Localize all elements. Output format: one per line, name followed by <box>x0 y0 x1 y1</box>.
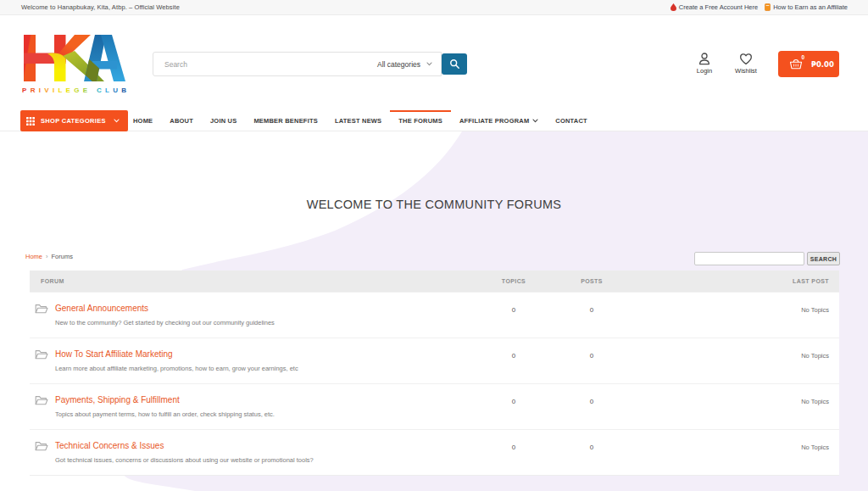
forum-link[interactable]: How To Start Affiliate Marketing <box>55 349 173 359</box>
forum-topics-count: 0 <box>484 444 543 451</box>
nav-item-the-forums-label: THE FORUMS <box>398 117 442 125</box>
column-header-last-post: LAST POST <box>793 271 829 292</box>
forum-last-post: No Topics <box>801 444 829 451</box>
forum-link[interactable]: General Announcements <box>55 304 148 313</box>
nav-item-latest-news-label: LATEST NEWS <box>335 117 381 125</box>
forum-row: Technical Concerns & Issues Got technica… <box>30 429 839 475</box>
basket-icon-wrap: 0 <box>788 57 804 72</box>
forum-posts-count: 0 <box>562 306 621 314</box>
search-icon <box>449 59 460 70</box>
forum-search-button[interactable]: SEARCH <box>807 252 840 265</box>
forum-row: General Announcements New to the communi… <box>30 292 839 338</box>
page: Welcome to Hanapbukay, Kita, Atbp. – Off… <box>0 0 868 491</box>
nav-item-contact[interactable]: CONTACT <box>547 110 596 131</box>
forum-topics-count: 0 <box>484 398 543 405</box>
cart-total: ₱0.00 <box>811 60 834 69</box>
chevron-down-icon <box>532 119 538 123</box>
nav-item-member-benefits[interactable]: MEMBER BENEFITS <box>245 110 326 131</box>
product-search-input[interactable] <box>153 60 377 69</box>
breadcrumb-current: Forums <box>52 253 73 260</box>
topbar-welcome-text: Welcome to Hanapbukay, Kita, Atbp. – Off… <box>21 3 180 11</box>
breadcrumb-row: Home › Forums SEARCH <box>0 250 868 267</box>
forum-topics-count: 0 <box>484 352 543 360</box>
svg-text:PRIVILEGE CLUB: PRIVILEGE CLUB <box>22 86 129 94</box>
heart-icon <box>739 53 753 65</box>
nav-links: HOME ABOUT JOIN US MEMBER BENEFITS LATES… <box>125 110 596 131</box>
breadcrumb-home-link[interactable]: Home <box>25 253 42 260</box>
cart-count-badge: 0 <box>801 54 804 60</box>
column-header-posts: POSTS <box>562 271 621 292</box>
main-nav: SHOP CATEGORIES HOME ABOUT JOIN US MEMBE… <box>0 110 868 131</box>
nav-item-home[interactable]: HOME <box>125 110 161 131</box>
nav-item-member-benefits-label: MEMBER BENEFITS <box>253 117 318 125</box>
forum-last-post: No Topics <box>801 306 829 314</box>
folder-icon <box>35 441 48 452</box>
hka-logo[interactable]: PRIVILEGE CLUB <box>22 35 129 94</box>
forum-description: New to the community? Get started by che… <box>55 319 275 326</box>
forum-posts-count: 0 <box>562 398 621 405</box>
forum-table: FORUM TOPICS POSTS LAST POST General Ann… <box>30 271 839 476</box>
login-button[interactable]: Login <box>686 53 723 75</box>
nav-item-affiliate-program-label: AFFILIATE PROGRAM <box>459 117 529 125</box>
hka-logo-graphic: PRIVILEGE CLUB <box>22 35 129 94</box>
wishlist-label: Wishlist <box>735 67 757 75</box>
category-dropdown-label: All categories <box>377 60 420 69</box>
folder-icon <box>35 349 48 360</box>
chevron-down-icon <box>426 62 432 66</box>
flame-icon <box>670 3 676 11</box>
chevron-down-icon <box>114 119 120 123</box>
product-search-form: All categories <box>153 52 442 76</box>
nav-item-contact-label: CONTACT <box>555 117 587 125</box>
header: PRIVILEGE CLUB All categories Login <box>0 16 868 110</box>
forum-search-input[interactable] <box>694 252 804 265</box>
nav-item-join-us-label: JOIN US <box>210 117 236 125</box>
shop-categories-label: SHOP CATEGORIES <box>41 117 106 125</box>
category-dropdown[interactable]: All categories <box>377 60 441 69</box>
breadcrumb-separator: › <box>46 253 48 260</box>
forum-link[interactable]: Technical Concerns & Issues <box>55 441 164 450</box>
folder-icon <box>35 395 48 406</box>
forum-topics-count: 0 <box>484 306 543 314</box>
forum-row: How To Start Affiliate Marketing Learn m… <box>30 338 839 383</box>
forum-link[interactable]: Payments, Shipping & Fulfillment <box>55 395 180 405</box>
forum-table-header: FORUM TOPICS POSTS LAST POST <box>30 271 839 292</box>
forum-description: Got technical issues, concerns or discus… <box>55 456 314 464</box>
nav-item-about-label: ABOUT <box>170 117 193 125</box>
breadcrumb: Home › Forums <box>25 253 73 260</box>
nav-item-affiliate-program[interactable]: AFFILIATE PROGRAM <box>451 110 547 131</box>
nav-item-the-forums[interactable]: THE FORUMS <box>390 110 451 131</box>
product-search-button[interactable] <box>442 53 467 75</box>
nav-item-about[interactable]: ABOUT <box>161 110 202 131</box>
forum-description: Topics about payment terms, how to fulfi… <box>55 410 275 418</box>
wishlist-button[interactable]: Wishlist <box>727 53 765 75</box>
how-to-earn-label: How to Earn as an Affiliate <box>773 3 848 11</box>
grid-icon <box>26 117 35 126</box>
column-header-topics: TOPICS <box>484 271 543 292</box>
user-icon <box>698 53 711 65</box>
forum-row: Payments, Shipping & Fulfillment Topics … <box>30 383 839 429</box>
how-to-earn-link[interactable]: How to Earn as an Affiliate <box>765 3 848 11</box>
forum-posts-count: 0 <box>562 444 621 451</box>
folder-icon <box>35 304 48 315</box>
topbar: Welcome to Hanapbukay, Kita, Atbp. – Off… <box>0 0 868 15</box>
login-label: Login <box>697 67 712 75</box>
book-icon <box>765 3 771 11</box>
forum-posts-count: 0 <box>562 352 621 360</box>
cart-button[interactable]: 0 ₱0.00 <box>778 51 839 77</box>
create-account-link[interactable]: Create a Free Account Here <box>670 3 758 11</box>
forum-description: Learn more about affiliate marketing, pr… <box>55 365 298 372</box>
column-header-forum: FORUM <box>41 271 64 292</box>
forum-last-post: No Topics <box>801 352 829 360</box>
forum-last-post: No Topics <box>801 398 829 405</box>
hero-section: WELCOME TO THE COMMUNITY FORUMS <box>0 131 868 270</box>
nav-item-home-label: HOME <box>133 117 153 125</box>
shop-categories-button[interactable]: SHOP CATEGORIES <box>20 110 128 131</box>
nav-item-join-us[interactable]: JOIN US <box>202 110 245 131</box>
topbar-links: Create a Free Account Here How to Earn a… <box>670 3 848 11</box>
create-account-label: Create a Free Account Here <box>679 3 758 11</box>
page-title: WELCOME TO THE COMMUNITY FORUMS <box>0 198 868 211</box>
nav-item-latest-news[interactable]: LATEST NEWS <box>326 110 390 131</box>
